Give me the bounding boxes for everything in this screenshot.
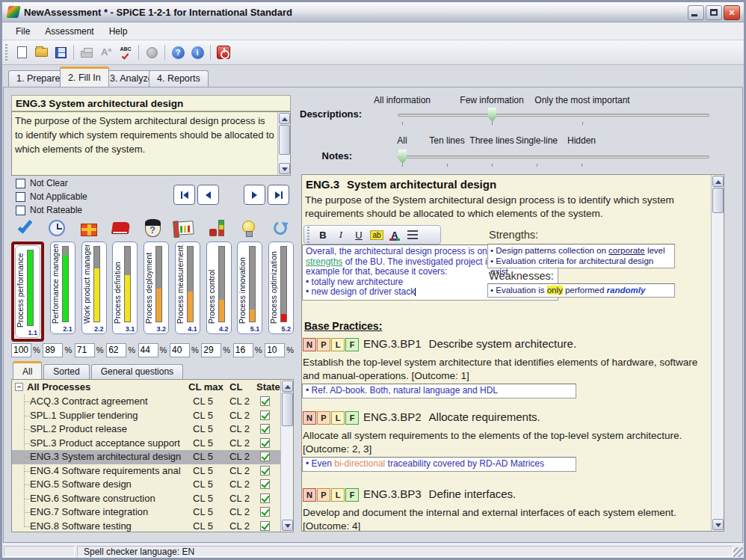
question-head-icon[interactable]: ? — [141, 217, 164, 239]
menu-file[interactable]: File — [8, 23, 37, 40]
scrollbar-thumb[interactable] — [712, 188, 724, 213]
rating-f-button[interactable]: F — [345, 338, 359, 351]
table-row-selected[interactable]: ENG.3 System architectural designCL 5CL … — [12, 450, 281, 464]
gauge-process-performance[interactable]: Process performance 1.1 — [15, 245, 40, 338]
strengths-box[interactable]: Design patterns collection on corporate … — [487, 244, 675, 268]
percent-input-2-2[interactable] — [75, 343, 95, 357]
rating-l-button[interactable]: L — [331, 338, 345, 351]
checkbox-box[interactable] — [16, 206, 25, 215]
table-row[interactable]: ENG.8 Software testingCL 5CL 2 — [12, 520, 281, 533]
percent-input-4-1[interactable] — [170, 343, 190, 357]
next-process-button[interactable] — [244, 185, 265, 205]
rating-f-button[interactable]: F — [345, 411, 359, 425]
underline-button[interactable]: U — [350, 227, 368, 242]
percent-input-1-1[interactable] — [11, 343, 31, 357]
gauge-performance-management[interactable]: Performance management 2.1 — [50, 241, 75, 334]
purpose-scrollbar[interactable] — [277, 112, 290, 175]
rating-l-button[interactable]: L — [331, 488, 345, 502]
descriptions-slider-track[interactable] — [398, 114, 709, 117]
save-button[interactable] — [52, 43, 70, 61]
table-row[interactable]: ENG.4 Software requirements analCL 5CL 2 — [12, 464, 281, 479]
rating-p-button[interactable]: P — [317, 488, 330, 502]
checkbox-box[interactable] — [16, 179, 25, 188]
first-process-button[interactable] — [173, 185, 195, 205]
rating-p-button[interactable]: P — [317, 338, 330, 351]
tab-reports[interactable]: 4. Reports — [149, 70, 209, 87]
weaknesses-box[interactable]: Evaluation is only performed randomly — [487, 283, 675, 298]
table-row[interactable]: ENG.7 Software integrationCL 5CL 2 — [12, 505, 281, 520]
rating-n-button[interactable]: N — [303, 488, 316, 502]
checkbox-not-applicable[interactable]: Not Applicable — [16, 191, 87, 203]
evaluation-board-icon[interactable] — [173, 217, 197, 239]
gauge-process-optimization[interactable]: Process optimization 5.2 — [268, 241, 294, 334]
table-row[interactable]: SPL.2 Product releaseCL 5CL 2 — [12, 422, 281, 437]
list-tab-general-questions[interactable]: General questions — [91, 364, 183, 379]
resize-grip[interactable] — [733, 547, 743, 557]
minimize-button[interactable] — [688, 5, 704, 20]
rating-l-button[interactable]: L — [331, 411, 345, 425]
reference-book-icon[interactable] — [108, 217, 132, 239]
rating-tool-icon[interactable] — [205, 217, 229, 239]
notes-slider-thumb[interactable] — [398, 150, 407, 164]
table-row[interactable]: SPL.1 Supplier tenderingCL 5CL 2 — [12, 409, 281, 423]
checkbox-not-clear[interactable]: Not Clear — [16, 177, 68, 189]
document-scrollbar[interactable] — [711, 175, 724, 531]
table-row[interactable]: ENG.6 Software constructionCL 5CL 2 — [12, 492, 281, 506]
refresh-icon[interactable] — [268, 217, 292, 239]
scrollbar-thumb[interactable] — [279, 125, 290, 155]
list-tab-sorted[interactable]: Sorted — [43, 364, 89, 379]
close-button[interactable]: × — [724, 5, 740, 20]
history-clock-icon[interactable] — [45, 217, 69, 239]
bold-button[interactable]: B — [314, 227, 332, 242]
tab-fill-in[interactable]: 2. Fill In — [60, 67, 109, 87]
bp1-note[interactable]: Ref. AD-book. Both, natural language and… — [302, 384, 576, 399]
table-scrollbar[interactable] — [280, 380, 293, 532]
menu-help[interactable]: Help — [102, 23, 135, 40]
checkbox-box[interactable] — [16, 192, 25, 202]
idea-bulb-icon[interactable] — [236, 217, 260, 239]
percent-input-3-2[interactable] — [138, 343, 158, 357]
info-button[interactable]: i — [188, 43, 206, 61]
help-button[interactable]: ? — [169, 43, 187, 61]
scroll-up-icon[interactable] — [282, 381, 293, 392]
bp2-note[interactable]: Even bi-directional traceability covered… — [302, 457, 576, 472]
gauge-process-deployment[interactable]: Process deployment 3.2 — [144, 241, 169, 334]
table-row[interactable]: ACQ.3 Contract agreementCL 5CL 2 — [12, 395, 281, 409]
new-document-button[interactable] — [13, 43, 31, 61]
previous-process-button[interactable] — [197, 185, 219, 205]
menu-assessment[interactable]: Assessment — [37, 23, 101, 40]
font-color-button[interactable]: A — [386, 227, 404, 242]
table-row[interactable]: SPL.3 Product acceptance supportCL 5CL 2 — [12, 437, 281, 451]
rating-n-button[interactable]: N — [303, 338, 316, 351]
bullet-list-button[interactable] — [404, 227, 422, 242]
percent-input-2-1[interactable] — [43, 343, 63, 357]
descriptions-slider-thumb[interactable] — [488, 108, 496, 122]
highlight-button[interactable]: ab — [368, 227, 386, 242]
exit-button[interactable] — [215, 43, 232, 61]
scrollbar-thumb[interactable] — [282, 393, 293, 426]
scroll-down-icon[interactable] — [279, 163, 290, 174]
scroll-up-icon[interactable] — [712, 176, 724, 187]
note-link[interactable]: strengths — [306, 256, 342, 267]
gift-icon[interactable] — [77, 217, 101, 239]
collapse-icon[interactable] — [15, 383, 23, 391]
scroll-down-icon[interactable] — [712, 519, 724, 530]
gauge-work-product-management[interactable]: Work product management 2.2 — [81, 241, 107, 334]
last-process-button[interactable] — [268, 185, 289, 205]
gauge-process-definition[interactable]: Process definition 3.1 — [112, 241, 138, 334]
open-file-button[interactable] — [32, 43, 50, 61]
percent-input-4-2[interactable] — [201, 343, 221, 357]
percent-input-3-1[interactable] — [106, 343, 126, 357]
gauge-process-measurement[interactable]: Process measurement 4.1 — [175, 241, 200, 334]
rating-f-button[interactable]: F — [345, 488, 359, 502]
scroll-up-icon[interactable] — [279, 113, 290, 124]
notes-slider-track[interactable] — [398, 156, 709, 159]
italic-button[interactable]: I — [332, 227, 350, 242]
percent-input-5-2[interactable] — [265, 343, 285, 357]
gauge-process-control[interactable]: Process control 4.2 — [206, 241, 232, 334]
checkbox-not-rateable[interactable]: Not Rateable — [16, 204, 82, 216]
rating-n-button[interactable]: N — [303, 411, 316, 425]
process-purpose-box[interactable]: The purpose of the System architectural … — [11, 111, 291, 176]
approve-check-icon[interactable] — [13, 217, 37, 239]
gauge-process-innovation[interactable]: Process innovation 5.1 — [237, 241, 262, 334]
